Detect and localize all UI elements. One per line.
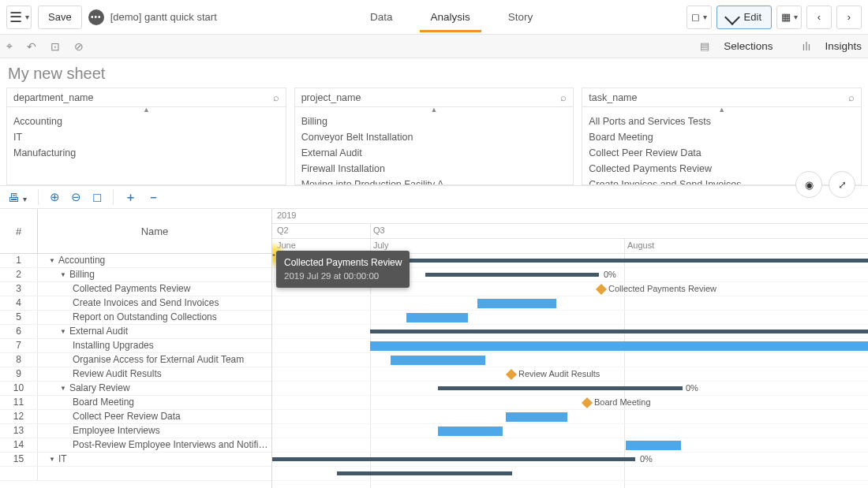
gantt-task-bar[interactable] bbox=[626, 441, 681, 450]
gantt-task-bar[interactable] bbox=[406, 313, 468, 322]
list-item[interactable]: Board Meeting bbox=[582, 129, 861, 145]
timeline-year: 2019 bbox=[277, 210, 296, 220]
prev-sheet-button[interactable]: ‹ bbox=[806, 6, 832, 29]
zoom-out-icon[interactable]: ⊖ bbox=[71, 190, 81, 204]
menu-button[interactable]: ☰ bbox=[6, 6, 32, 29]
sort-indicator: ▲ bbox=[582, 106, 861, 114]
list-item[interactable]: External Audit bbox=[295, 145, 574, 161]
page-title: My new sheet bbox=[0, 58, 868, 84]
list-item[interactable]: Accounting bbox=[7, 114, 286, 129]
gantt-bar-label: Collected Payments Review bbox=[608, 284, 716, 293]
chevron-down-icon[interactable]: ▼ bbox=[60, 328, 66, 335]
save-button[interactable]: Save bbox=[38, 6, 82, 29]
filter-pane-project[interactable]: project_name ⌕ ▲ BillingConveyor Belt In… bbox=[294, 88, 574, 185]
sheets-button[interactable]: ▦ bbox=[776, 6, 802, 29]
list-item[interactable]: IT bbox=[7, 129, 286, 145]
table-row[interactable]: 13Employee Interviews bbox=[0, 424, 271, 438]
zoom-fit-icon[interactable]: ◻ bbox=[92, 190, 102, 204]
timeline-row: Board Meeting bbox=[272, 396, 868, 410]
timeline-row bbox=[272, 353, 868, 367]
gantt-milestone[interactable] bbox=[596, 284, 607, 295]
table-row[interactable]: 4Create Invoices and Send Invoices bbox=[0, 296, 271, 311]
clear-selections-icon[interactable]: ⊘ bbox=[74, 40, 84, 53]
filter-header-label: department_name bbox=[13, 92, 93, 103]
table-row[interactable]: 7Installing Upgrades bbox=[0, 339, 271, 353]
table-row[interactable]: 9Review Audit Results bbox=[0, 367, 271, 382]
gantt-task-bar[interactable] bbox=[391, 356, 485, 365]
search-icon[interactable]: ⌕ bbox=[273, 91, 279, 103]
list-item[interactable]: Moving into Production Facility A bbox=[295, 177, 574, 184]
gantt-task-bar[interactable] bbox=[477, 299, 556, 308]
chevron-down-icon[interactable]: ▼ bbox=[60, 385, 66, 392]
gantt-milestone[interactable] bbox=[582, 397, 593, 408]
list-item[interactable]: Collect Peer Review Data bbox=[582, 145, 861, 161]
edit-button[interactable]: Edit bbox=[716, 6, 772, 29]
table-row[interactable]: 6▼External Audit bbox=[0, 325, 271, 339]
search-icon[interactable]: ⌕ bbox=[848, 91, 855, 103]
timeline-row: 0% bbox=[272, 382, 868, 396]
tab-data[interactable]: Data bbox=[367, 11, 396, 23]
gantt-summary-bar[interactable] bbox=[337, 471, 512, 475]
grid-icon: ▦ bbox=[781, 11, 791, 23]
gantt-summary-bar[interactable] bbox=[272, 457, 635, 461]
gantt-chart: # Name 1▼Accounting2▼Billing3Collected P… bbox=[0, 209, 868, 488]
step-forward-icon[interactable]: ⊡ bbox=[51, 40, 60, 53]
gantt-timeline[interactable]: 2019 Q2 Q3 June July August 0%Collected … bbox=[272, 209, 868, 488]
step-back-icon[interactable]: ↶ bbox=[27, 40, 36, 53]
bookmark-button[interactable]: ◻ bbox=[687, 6, 712, 29]
timeline-row bbox=[272, 424, 868, 438]
gantt-summary-bar[interactable] bbox=[438, 386, 683, 390]
tab-story[interactable]: Story bbox=[505, 11, 537, 23]
next-sheet-button[interactable]: › bbox=[836, 6, 862, 29]
camera-icon: ◉ bbox=[805, 179, 814, 191]
list-item[interactable]: All Ports and Services Tests bbox=[582, 114, 861, 129]
gantt-milestone[interactable] bbox=[506, 369, 517, 380]
table-row[interactable]: 15▼IT bbox=[0, 453, 271, 467]
table-row[interactable]: 3Collected Payments Review bbox=[0, 282, 271, 296]
insights-icon[interactable]: ılı bbox=[803, 40, 811, 53]
insights-label[interactable]: Insights bbox=[825, 40, 862, 52]
smart-search-icon[interactable]: ⌖ bbox=[6, 39, 13, 53]
gantt-task-bar[interactable] bbox=[438, 427, 503, 436]
table-row[interactable]: 1▼Accounting bbox=[0, 254, 271, 268]
gantt-task-bar[interactable] bbox=[506, 412, 567, 422]
table-row[interactable]: 8Organise Access for External Audit Team bbox=[0, 353, 271, 367]
selections-label[interactable]: Selections bbox=[724, 40, 773, 52]
chevron-down-icon[interactable]: ▼ bbox=[49, 257, 55, 264]
zoom-in-icon[interactable]: ⊕ bbox=[50, 190, 60, 204]
expand-all-icon[interactable]: ＋ bbox=[125, 190, 137, 205]
gantt-task-bar[interactable] bbox=[370, 341, 868, 351]
print-button[interactable]: 🖶 bbox=[8, 191, 27, 204]
table-row[interactable]: 11Board Meeting bbox=[0, 396, 271, 410]
table-row[interactable] bbox=[0, 467, 271, 481]
grid-col-number[interactable]: # bbox=[0, 209, 38, 253]
list-item[interactable]: Manufacturing bbox=[7, 145, 286, 161]
bookmark-icon: ◻ bbox=[691, 11, 700, 23]
sheet-title-header: [demo] gantt quick start bbox=[110, 11, 217, 23]
search-icon[interactable]: ⌕ bbox=[560, 91, 567, 103]
timeline-quarter: Q2 bbox=[277, 225, 289, 235]
list-item[interactable]: Conveyor Belt Installation bbox=[295, 129, 574, 145]
gantt-summary-bar[interactable] bbox=[370, 330, 868, 333]
grid-col-name[interactable]: Name bbox=[38, 209, 271, 253]
collapse-all-icon[interactable]: － bbox=[148, 190, 159, 205]
snapshot-button[interactable]: ◉ bbox=[795, 171, 822, 198]
timeline-row: Review Audit Results bbox=[272, 367, 868, 382]
gantt-summary-bar[interactable] bbox=[425, 273, 599, 277]
fullscreen-button[interactable]: ⤢ bbox=[829, 171, 855, 198]
table-row[interactable]: 5Report on Outstanding Collections bbox=[0, 311, 271, 325]
table-row[interactable]: 2▼Billing bbox=[0, 268, 271, 282]
filter-pane-department[interactable]: department_name ⌕ ▲ AccountingITManufact… bbox=[6, 88, 286, 185]
selections-tool-icon[interactable]: ▤ bbox=[700, 40, 709, 52]
timeline-row bbox=[272, 438, 868, 453]
tab-analysis[interactable]: Analysis bbox=[428, 11, 473, 23]
chevron-down-icon[interactable]: ▼ bbox=[49, 456, 55, 463]
table-row[interactable]: 10▼Salary Review bbox=[0, 382, 271, 396]
chevron-down-icon[interactable]: ▼ bbox=[60, 271, 66, 278]
gantt-summary-bar[interactable] bbox=[370, 259, 868, 263]
table-row[interactable]: 14Post-Review Employee Interviews and No… bbox=[0, 438, 271, 453]
table-row[interactable]: 12Collect Peer Review Data bbox=[0, 410, 271, 424]
gantt-bar-label: Review Audit Results bbox=[518, 369, 600, 378]
list-item[interactable]: Billing bbox=[295, 114, 574, 129]
list-item[interactable]: Firewall Installation bbox=[295, 161, 574, 177]
